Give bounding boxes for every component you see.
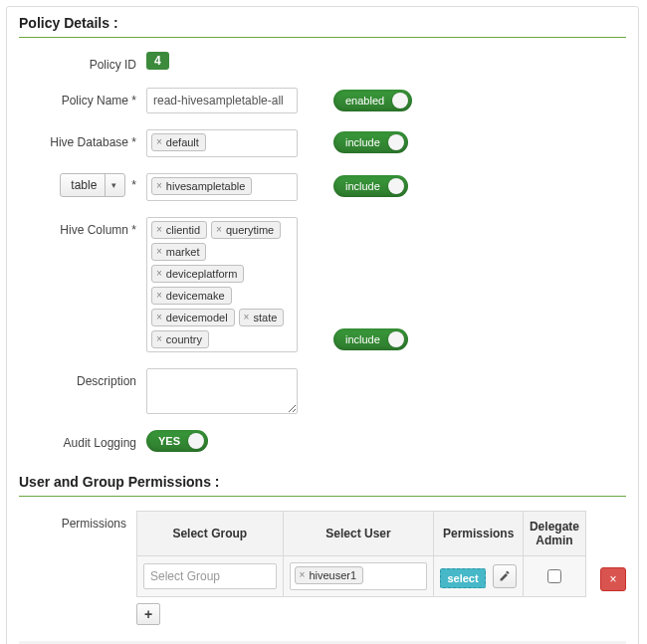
toggle-include-db[interactable]: include bbox=[333, 131, 408, 153]
row-table: table ▾ * ×hivesampletable include bbox=[19, 173, 626, 201]
tag[interactable]: ×devicemodel bbox=[151, 309, 235, 326]
tag-label: country bbox=[166, 333, 202, 345]
close-icon[interactable]: × bbox=[156, 313, 162, 322]
col-permissions: Permissions bbox=[434, 512, 524, 556]
col-select-user: Select User bbox=[283, 512, 434, 556]
tag[interactable]: ×deviceplatform bbox=[151, 265, 244, 283]
tag-label: market bbox=[166, 246, 200, 258]
row-policy-name: Policy Name * enabled bbox=[19, 88, 626, 113]
hive-database-input[interactable]: ×default bbox=[146, 129, 298, 157]
toggle-enabled-label: enabled bbox=[345, 95, 384, 107]
label-description: Description bbox=[19, 368, 146, 388]
chevron-down-icon: ▾ bbox=[105, 174, 122, 196]
add-row-button[interactable]: + bbox=[136, 603, 160, 625]
permissions-table: Select Group Select User Permissions Del… bbox=[136, 511, 586, 597]
tag-label: hivesampletable bbox=[166, 180, 246, 192]
delegate-admin-checkbox[interactable] bbox=[547, 569, 561, 583]
table-type-value: table bbox=[71, 178, 97, 192]
tag-label: querytime bbox=[226, 224, 274, 236]
tag[interactable]: ×hiveuser1 bbox=[295, 566, 364, 584]
label-policy-id: Policy ID bbox=[19, 52, 146, 72]
policy-name-input[interactable] bbox=[146, 88, 298, 113]
toggle-audit-logging[interactable]: YES bbox=[146, 430, 208, 452]
table-row: ×hiveuser1 select bbox=[137, 556, 586, 597]
table-asterisk: * bbox=[131, 178, 136, 192]
tag-label: deviceplatform bbox=[166, 268, 238, 280]
toggle-include-db-label: include bbox=[345, 136, 380, 148]
select-user-input[interactable]: ×hiveuser1 bbox=[290, 562, 428, 590]
close-icon[interactable]: × bbox=[300, 570, 306, 580]
close-icon[interactable]: × bbox=[156, 291, 162, 301]
close-icon[interactable]: × bbox=[156, 247, 162, 257]
tag-label: state bbox=[253, 312, 277, 323]
label-hive-column: Hive Column * bbox=[19, 217, 146, 237]
edit-permissions-button[interactable] bbox=[493, 564, 517, 588]
tag[interactable]: ×market bbox=[151, 243, 206, 261]
row-hive-database: Hive Database * ×default include bbox=[19, 129, 626, 157]
toggle-include-column-label: include bbox=[345, 333, 380, 345]
tag-label: default bbox=[166, 136, 199, 148]
policy-panel: Policy Details : Policy ID 4 Policy Name… bbox=[6, 6, 639, 644]
section-permissions-title: User and Group Permissions : bbox=[19, 474, 626, 497]
row-policy-id: Policy ID 4 bbox=[19, 52, 626, 72]
table-type-dropdown[interactable]: table ▾ bbox=[60, 173, 125, 197]
tag-label: hiveuser1 bbox=[309, 569, 356, 581]
toggle-include-table[interactable]: include bbox=[333, 175, 408, 197]
row-description: Description bbox=[19, 368, 626, 414]
policy-id-badge: 4 bbox=[146, 52, 169, 70]
close-icon[interactable]: × bbox=[156, 269, 162, 279]
toggle-knob-icon bbox=[392, 93, 408, 108]
section-policy-details-title: Policy Details : bbox=[19, 15, 626, 38]
tag[interactable]: ×state bbox=[239, 309, 285, 326]
remove-row-button[interactable]: × bbox=[600, 567, 626, 591]
label-hive-database: Hive Database * bbox=[19, 129, 146, 149]
col-select-group: Select Group bbox=[137, 512, 284, 556]
toggle-knob-icon bbox=[188, 433, 204, 449]
row-permissions: Permissions Select Group Select User Per… bbox=[19, 511, 626, 625]
label-audit-logging: Audit Logging bbox=[19, 430, 146, 450]
tag[interactable]: ×country bbox=[151, 330, 209, 348]
col-delegate-admin: Delegate Admin bbox=[523, 512, 585, 556]
pencil-icon bbox=[499, 570, 511, 582]
select-group-input[interactable] bbox=[143, 563, 277, 589]
row-audit-logging: Audit Logging YES bbox=[19, 430, 626, 452]
toggle-enabled[interactable]: enabled bbox=[333, 90, 412, 111]
label-policy-name: Policy Name * bbox=[19, 88, 146, 107]
tag-label: devicemodel bbox=[166, 312, 228, 323]
toggle-include-table-label: include bbox=[345, 180, 380, 192]
toggle-knob-icon bbox=[388, 134, 404, 150]
row-hive-column: Hive Column * ×clientid×querytime×market… bbox=[19, 217, 626, 352]
tag[interactable]: ×querytime bbox=[211, 221, 281, 239]
tag-label: devicemake bbox=[166, 290, 225, 302]
hive-column-input[interactable]: ×clientid×querytime×market×deviceplatfor… bbox=[146, 217, 298, 352]
close-icon[interactable]: × bbox=[156, 181, 162, 191]
tag[interactable]: ×devicemake bbox=[151, 287, 232, 305]
close-icon[interactable]: × bbox=[244, 313, 250, 322]
close-icon[interactable]: × bbox=[156, 137, 162, 147]
toggle-include-column[interactable]: include bbox=[333, 328, 408, 350]
description-textarea[interactable] bbox=[146, 368, 298, 414]
close-icon[interactable]: × bbox=[156, 225, 162, 235]
tag[interactable]: ×clientid bbox=[151, 221, 207, 239]
close-icon[interactable]: × bbox=[156, 334, 162, 344]
close-icon[interactable]: × bbox=[216, 225, 222, 235]
toggle-knob-icon bbox=[388, 331, 404, 347]
hive-table-input[interactable]: ×hivesampletable bbox=[146, 173, 298, 201]
tag[interactable]: ×default bbox=[151, 133, 206, 151]
toggle-knob-icon bbox=[388, 178, 404, 194]
toggle-audit-label: YES bbox=[158, 435, 180, 447]
tag[interactable]: ×hivesampletable bbox=[151, 177, 252, 195]
tag-label: clientid bbox=[166, 224, 200, 236]
label-permissions: Permissions bbox=[19, 511, 136, 531]
permission-chip-select[interactable]: select bbox=[440, 568, 485, 588]
